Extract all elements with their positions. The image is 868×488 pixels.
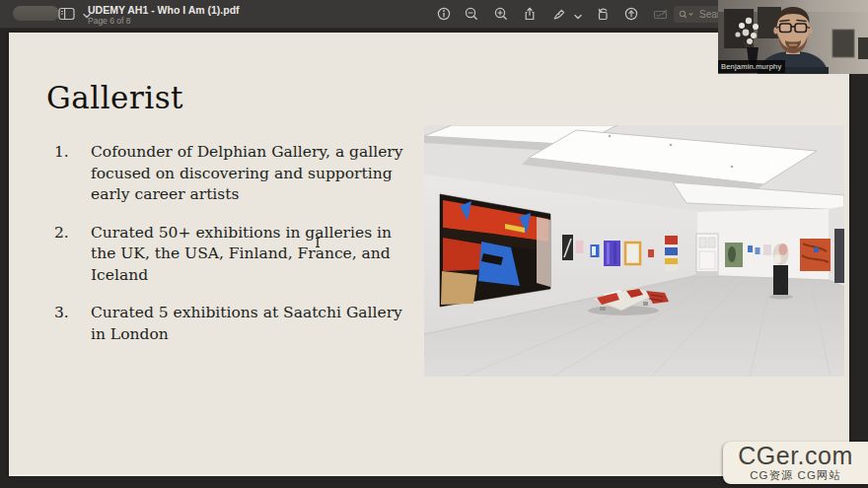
markup-pen-icon <box>551 6 567 22</box>
webcam-name-label: Benjamin.murphy <box>718 60 785 73</box>
rotate-button[interactable] <box>594 5 612 23</box>
zoom-in-button[interactable] <box>492 5 510 23</box>
window-controls-pill[interactable] <box>13 6 59 21</box>
info-icon <box>436 6 452 22</box>
page-indicator: Page 6 of 8 <box>88 16 130 26</box>
document-title: UDEMY AH1 - Who I Am (1).pdf <box>88 4 240 16</box>
slide-bullet-list: 1. Cofounder of Delphian Gallery, a gall… <box>54 142 421 362</box>
submit-button[interactable] <box>622 5 640 23</box>
search-icon <box>679 10 687 19</box>
info-button[interactable] <box>435 5 453 23</box>
list-item-text: Curated 50+ exhibitions in galleries in … <box>91 223 416 287</box>
chevron-down-icon <box>573 12 583 22</box>
text-cursor <box>314 235 322 252</box>
share-button[interactable] <box>521 5 539 23</box>
sidebar-icon <box>58 6 76 22</box>
circle-up-arrow-icon <box>623 6 639 22</box>
gallery-door <box>696 234 718 276</box>
list-item-number: 1. <box>54 142 91 206</box>
painting-large-abstract <box>440 194 550 307</box>
list-item-text: Cofounder of Delphian Gallery, a gallery… <box>91 142 416 206</box>
list-item-text: Curated 5 exhibitions at Saatchi Gallery… <box>91 303 416 345</box>
gallery-photo <box>424 125 844 377</box>
zoom-out-icon <box>464 6 479 22</box>
app-window: UDEMY AH1 - Who I Am (1).pdf Page 6 of 8 <box>0 0 868 488</box>
markup-menu-button[interactable] <box>569 8 587 26</box>
list-item: 3. Curated 5 exhibitions at Saatchi Gall… <box>54 303 421 345</box>
zoom-in-icon <box>493 6 509 22</box>
zoom-out-button[interactable] <box>463 5 480 23</box>
list-item-number: 2. <box>54 223 91 287</box>
search-scope-chevron-icon <box>687 11 694 18</box>
watermark-tagline: CG资源 CG网站 <box>750 468 841 483</box>
list-item-number: 3. <box>54 303 91 345</box>
fill-and-sign-icon <box>652 6 669 22</box>
webcam-video: Benjamin.murphy <box>718 0 868 74</box>
sidebar-toggle-button[interactable] <box>58 5 76 23</box>
fill-and-sign-button[interactable] <box>651 5 669 23</box>
list-item: 1. Cofounder of Delphian Gallery, a gall… <box>54 142 421 206</box>
markup-button[interactable] <box>550 5 568 23</box>
watermark-badge: CGer.com CG资源 CG网站 <box>723 442 868 484</box>
pdf-page: Gallerist 1. Cofounder of Delphian Galle… <box>9 33 849 474</box>
share-icon <box>522 6 538 22</box>
rotate-icon <box>595 6 611 22</box>
list-item: 2. Curated 50+ exhibitions in galleries … <box>54 223 421 287</box>
slide-title: Gallerist <box>46 80 183 115</box>
watermark-brand: CGer.com <box>738 443 853 468</box>
